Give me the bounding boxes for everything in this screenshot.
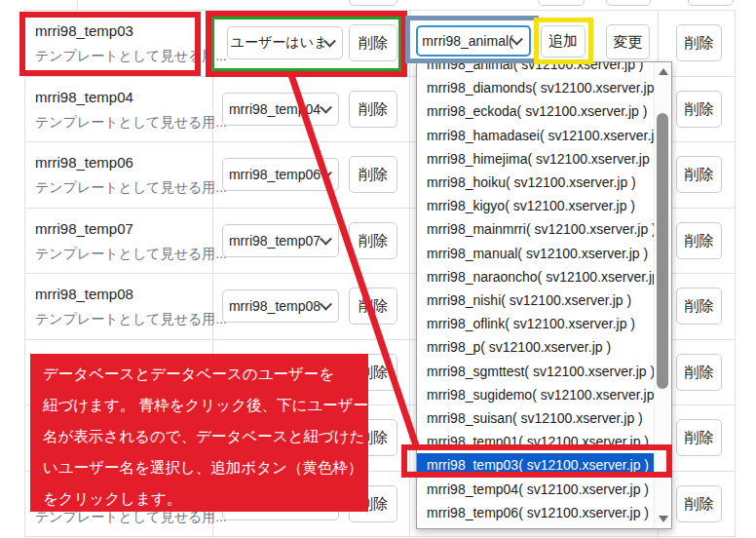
- db-name: mrri98_temp04: [35, 89, 133, 105]
- annotation-frame-yellow: [534, 18, 593, 64]
- scroll-up-icon[interactable]: [659, 68, 668, 75]
- delete-db-button[interactable]: 削除: [676, 485, 722, 522]
- annotation-frame-blue: [405, 16, 539, 63]
- dropdown-option[interactable]: mrri98_eckoda( sv12100.xserver.jp ): [417, 99, 656, 123]
- annotation-frame-user-cell: [206, 11, 407, 77]
- dropdown-option[interactable]: mrri98_mainmrri( sv12100.xserver.jp ): [417, 217, 656, 241]
- db-name: mrri98_temp08: [35, 286, 133, 302]
- dropdown-option[interactable]: mrri98_diamonds( sv12100.xserver.jp ): [417, 76, 656, 99]
- chevron-down-icon: [320, 233, 332, 246]
- delete-user-button[interactable]: 削除: [349, 91, 397, 128]
- table-border: [24, 536, 736, 537]
- user-select-value: mrri98_temp07: [229, 233, 321, 249]
- delete-db-button[interactable]: 削除: [676, 419, 722, 456]
- dropdown-option[interactable]: mrri98_himejima( sv12100.xserver.jp ): [417, 147, 656, 171]
- dropdown-option[interactable]: mrri98_temp06( sv12100.xserver.jp ): [417, 501, 656, 524]
- user-select[interactable]: mrri98_temp06: [222, 158, 339, 191]
- delete-user-button[interactable]: 削除: [349, 156, 397, 193]
- db-name: mrri98_temp06: [35, 154, 133, 171]
- chevron-down-icon: [320, 167, 332, 179]
- user-select-value: mrri98_temp08: [229, 298, 321, 314]
- delete-user-button[interactable]: 削除: [349, 222, 397, 259]
- delete-db-button[interactable]: 削除: [676, 91, 722, 128]
- note-line: 名が表示されるので、データベースと紐づけた: [43, 427, 365, 447]
- db-description: テンプレートとして見せる用...: [35, 179, 227, 197]
- dropdown-option[interactable]: mrri98_temp04( sv12100.xserver.jp ): [417, 478, 656, 501]
- delete-db-button[interactable]: 削除: [676, 222, 722, 259]
- dropdown-option[interactable]: mrri98_p( sv12100.xserver.jp ): [417, 335, 656, 359]
- delete-db-button[interactable]: 削除: [676, 24, 722, 61]
- dropdown-option[interactable]: mrri98_kigyo( sv12100.xserver.jp ): [417, 194, 656, 217]
- db-user-mapping-view: mrri98_temp03 テンプレートとして見せる用... ユーザーはいま 削…: [0, 0, 756, 538]
- user-select[interactable]: mrri98_temp07: [222, 224, 339, 257]
- annotation-frame-selected-option: [401, 444, 672, 478]
- annotation-note: データベースとデータベースのユーザーを 紐づけます。 青枠をクリック後、下にユー…: [30, 354, 368, 512]
- user-select[interactable]: mrri98_temp04: [222, 93, 339, 126]
- db-name: mrri98_temp07: [35, 220, 133, 237]
- annotation-frame-db-name: [19, 12, 201, 76]
- dropdown-option[interactable]: mrri98_naraoncho( sv12100.xserver.jp ): [417, 265, 656, 288]
- chevron-down-icon: [320, 298, 332, 311]
- change-button[interactable]: 変更: [606, 24, 650, 59]
- dropdown-option[interactable]: mrri98_sugidemo( sv12100.xserver.jp ): [417, 383, 656, 406]
- delete-db-button[interactable]: 削除: [676, 156, 722, 193]
- user-select-value: mrri98_temp06: [229, 167, 321, 182]
- note-line: いユーザー名を選択し、追加ボタン（黄色枠）: [43, 458, 362, 479]
- dropdown-option[interactable]: mrri98_sgmttest( sv12100.xserver.jp ): [417, 360, 656, 383]
- delete-db-button[interactable]: 削除: [676, 288, 722, 325]
- db-description: テンプレートとして見せる用...: [35, 311, 227, 328]
- partial-button[interactable]: [688, 0, 734, 6]
- note-line: をクリックします。: [43, 489, 181, 510]
- chevron-down-icon: [320, 101, 332, 114]
- scrollbar-thumb[interactable]: [657, 113, 668, 389]
- user-select[interactable]: mrri98_temp08: [222, 289, 339, 323]
- note-line: 紐づけます。 青枠をクリック後、下にユーザー: [43, 396, 368, 416]
- delete-user-button[interactable]: 削除: [349, 288, 397, 325]
- scroll-down-icon[interactable]: [659, 516, 668, 522]
- db-description: テンプレートとして見せる用...: [35, 114, 227, 132]
- dropdown-option[interactable]: mrri98_suisan( sv12100.xserver.jp ): [417, 406, 656, 430]
- note-line: データベースとデータベースのユーザーを: [43, 365, 334, 385]
- db-description: テンプレートとして見せる用...: [35, 246, 227, 263]
- partial-button[interactable]: [538, 0, 585, 6]
- dropdown-option[interactable]: mrri98_hoiku( sv12100.xserver.jp ): [417, 171, 656, 194]
- dropdown-option[interactable]: mrri98_oflink( sv12100.xserver.jp ): [417, 312, 656, 335]
- annotation-frame-green: [211, 17, 401, 71]
- partial-button[interactable]: [349, 0, 397, 6]
- dropdown-option[interactable]: mrri98_manual( sv12100.xserver.jp ): [417, 242, 656, 265]
- delete-db-button[interactable]: 削除: [676, 354, 722, 391]
- user-select-value: mrri98_temp04: [229, 101, 321, 117]
- table-border-stub: [77, 0, 78, 10]
- dropdown-option[interactable]: mrri98_nishi( sv12100.xserver.jp ): [417, 288, 656, 312]
- partial-button[interactable]: [606, 0, 651, 6]
- dropdown-option[interactable]: mrri98_hamadasei( sv12100.xserver.jp ): [417, 124, 656, 147]
- dropdown-option[interactable]: mrri98_temp07( sv12100.xserver.jp ): [417, 524, 656, 529]
